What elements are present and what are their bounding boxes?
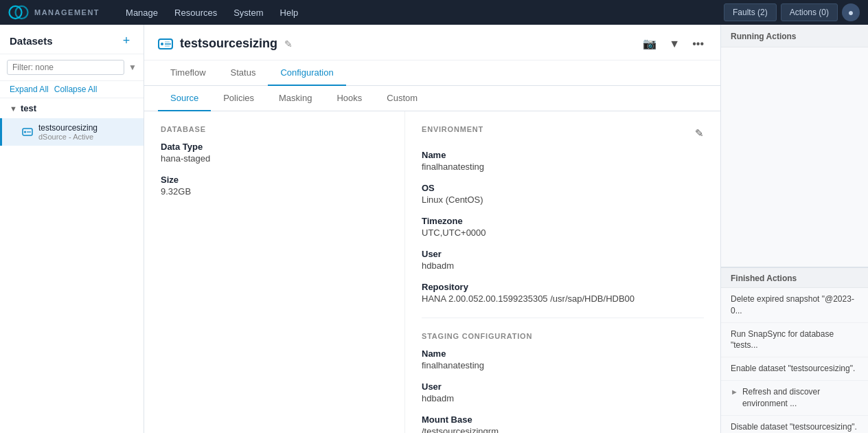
environment-label: ENVIRONMENT — [422, 125, 483, 133]
size-label: Size — [161, 175, 388, 185]
subtab-custom[interactable]: Custom — [374, 86, 430, 111]
nav-manage[interactable]: Manage — [119, 0, 165, 25]
dataset-actions: 📷 ▼ ••• — [640, 34, 707, 53]
collapse-all-link[interactable]: Collapse All — [54, 85, 98, 94]
top-tabs: Timeflow Status Configuration — [144, 60, 720, 86]
logo-icon — [8, 5, 29, 20]
staging-user-label: User — [422, 381, 704, 392]
main-layout: Datasets + ▼ Expand All Collapse All ▼ t… — [0, 25, 868, 433]
finished-action-4[interactable]: Disable dataset "testsourcesizing". — [721, 416, 868, 433]
staging-mount-value: /testsourcesizingrm — [422, 426, 704, 433]
database-section: DATABASE Data Type hana-staged Size 9.32… — [144, 111, 405, 433]
env-repository-field: Repository HANA 2.00.052.00.1599235305 /… — [422, 282, 704, 304]
env-name-label: Name — [422, 150, 704, 160]
action-text-1: Run SnapSync for database "tests... — [731, 329, 858, 352]
staging-label: STAGING CONFIGURATION — [422, 332, 704, 340]
nav-system[interactable]: System — [227, 0, 270, 25]
sidebar-expand-collapse: Expand All Collapse All — [0, 81, 144, 98]
add-dataset-button[interactable]: + — [119, 33, 134, 48]
subtab-masking[interactable]: Masking — [266, 86, 324, 111]
chevron-down-icon: ▼ — [10, 104, 17, 113]
more-options-icon[interactable]: ••• — [689, 35, 707, 53]
config-content: DATABASE Data Type hana-staged Size 9.32… — [144, 111, 720, 433]
finished-action-3[interactable]: ► Refresh and discover environment ... — [721, 381, 868, 416]
svg-point-6 — [161, 43, 163, 45]
expand-icon: ► — [731, 387, 738, 397]
tree-item-status: dSource - Active — [38, 133, 98, 141]
env-user-label: User — [422, 249, 704, 259]
subtab-hooks[interactable]: Hooks — [324, 86, 374, 111]
tab-timeflow[interactable]: Timeflow — [158, 60, 218, 86]
dataset-name: testsourcesizing — [180, 36, 277, 51]
env-user-value: hdbadm — [422, 260, 704, 271]
subtab-policies[interactable]: Policies — [211, 86, 266, 111]
nav-items: Manage Resources System Help — [119, 0, 305, 25]
staging-user-value: hdbadm — [422, 393, 704, 403]
action-text-2: Enable dataset "testsourcesizing". — [731, 363, 855, 375]
finished-action-2[interactable]: Enable dataset "testsourcesizing". — [721, 357, 868, 381]
sidebar-header: Datasets + — [0, 25, 144, 54]
action-text-0: Delete expired snapshot "@2023-0... — [731, 293, 858, 317]
svg-point-3 — [24, 131, 26, 133]
staging-name-label: Name — [422, 348, 704, 359]
user-icon[interactable]: ● — [842, 3, 860, 21]
datasource-icon — [21, 127, 34, 137]
data-type-label: Data Type — [161, 142, 388, 152]
action-buttons: Faults (2) Actions (0) ● — [724, 3, 860, 21]
actions-button[interactable]: Actions (0) — [781, 3, 838, 21]
section-divider — [422, 318, 704, 318]
staging-mount-field: Mount Base /testsourcesizingrm — [422, 414, 704, 433]
staging-name-field: Name finalhanatesting — [422, 348, 704, 370]
dataset-header: testsourcesizing ✎ 📷 ▼ ••• — [144, 25, 720, 60]
faults-button[interactable]: Faults (2) — [724, 3, 777, 21]
database-label: DATABASE — [161, 125, 388, 133]
action-text-3: Refresh and discover environment ... — [742, 386, 858, 410]
env-timezone-value: UTC,UTC+0000 — [422, 227, 704, 238]
management-label: MANAGEMENT — [34, 8, 100, 16]
data-type-value: hana-staged — [161, 153, 388, 164]
size-value: 9.32GB — [161, 186, 388, 197]
edit-environment-icon[interactable]: ✎ — [695, 127, 704, 140]
tree-item-name: testsourcesizing — [38, 123, 98, 133]
edit-dataset-icon[interactable]: ✎ — [284, 38, 293, 49]
env-timezone-label: Timezone — [422, 216, 704, 226]
finished-action-0[interactable]: Delete expired snapshot "@2023-0... — [721, 288, 868, 323]
env-repository-label: Repository — [422, 282, 704, 292]
top-navigation: MANAGEMENT Manage Resources System Help … — [0, 0, 868, 25]
tree-item-testsourcesizing[interactable]: testsourcesizing dSource - Active — [0, 118, 144, 146]
data-type-field: Data Type hana-staged — [161, 142, 388, 164]
sub-tabs: Source Policies Masking Hooks Custom — [144, 86, 720, 111]
sidebar-filter: ▼ — [0, 54, 144, 81]
content-area: testsourcesizing ✎ 📷 ▼ ••• Timeflow Stat… — [144, 25, 720, 433]
subtab-source[interactable]: Source — [158, 86, 211, 111]
env-os-field: OS Linux (CentOS) — [422, 183, 704, 205]
filter-input[interactable] — [7, 60, 124, 75]
finished-action-1[interactable]: Run SnapSync for database "tests... — [721, 323, 868, 358]
dataset-type-icon — [158, 38, 173, 49]
nav-resources[interactable]: Resources — [168, 0, 224, 25]
expand-all-link[interactable]: Expand All — [10, 85, 49, 94]
env-timezone-field: Timezone UTC,UTC+0000 — [422, 216, 704, 238]
logo[interactable]: MANAGEMENT — [8, 5, 100, 20]
env-os-label: OS — [422, 183, 704, 193]
environment-header: ENVIRONMENT ✎ — [422, 125, 704, 142]
camera-icon[interactable]: 📷 — [640, 34, 659, 53]
nav-help[interactable]: Help — [273, 0, 306, 25]
filter-icon[interactable]: ▼ — [128, 63, 137, 72]
env-repository-value: HANA 2.00.052.00.1599235305 /usr/sap/HDB… — [422, 293, 704, 304]
staging-mount-label: Mount Base — [422, 414, 704, 425]
env-os-value: Linux (CentOS) — [422, 195, 704, 205]
tree-item-text: testsourcesizing dSource - Active — [38, 123, 98, 141]
running-actions-header: Running Actions — [721, 25, 868, 47]
tab-status[interactable]: Status — [218, 60, 269, 86]
env-name-value: finalhanatesting — [422, 162, 704, 172]
environment-section: ENVIRONMENT ✎ Name finalhanatesting OS L… — [405, 111, 720, 433]
chevron-down-icon[interactable]: ▼ — [666, 35, 683, 53]
sidebar-tree: ▼ test testsourcesizing dSource - Active — [0, 98, 144, 433]
tree-group-label: test — [21, 103, 36, 113]
tab-configuration[interactable]: Configuration — [268, 60, 345, 86]
env-user-field: User hdbadm — [422, 249, 704, 271]
staging-user-field: User hdbadm — [422, 381, 704, 403]
sidebar: Datasets + ▼ Expand All Collapse All ▼ t… — [0, 25, 144, 433]
tree-group-test[interactable]: ▼ test — [0, 98, 144, 118]
